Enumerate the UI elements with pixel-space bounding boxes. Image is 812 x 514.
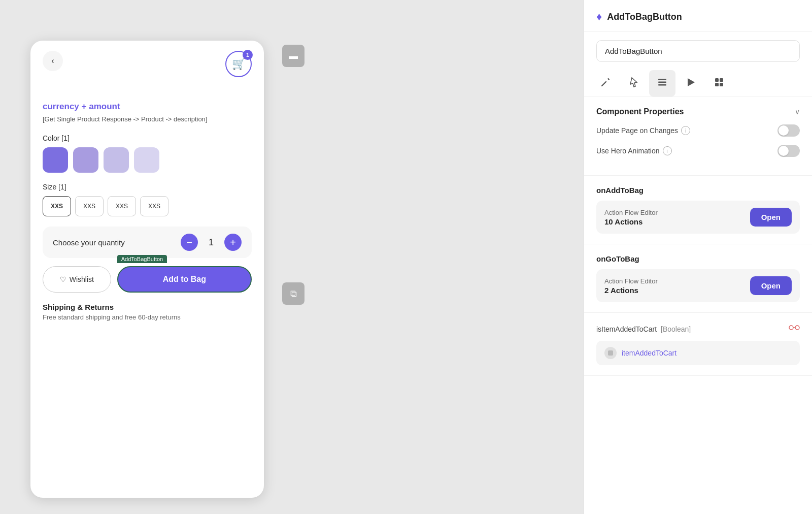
design-icon — [600, 77, 611, 90]
color-swatch-2[interactable] — [73, 147, 98, 173]
templates-icon — [714, 77, 725, 90]
tab-play[interactable] — [678, 70, 704, 97]
data-icon — [657, 77, 668, 90]
svg-rect-10 — [715, 83, 719, 86]
size-btn-xxs-1[interactable]: XXS — [43, 196, 71, 216]
color-swatches — [43, 147, 252, 173]
quantity-increase-button[interactable]: + — [224, 234, 242, 251]
main-area: ✦ T — [0, 0, 812, 514]
component-name-input[interactable] — [596, 40, 800, 62]
tab-data[interactable] — [649, 70, 675, 97]
shipping-desc: Free standard shipping and free 60-day r… — [43, 313, 252, 321]
flow-actions-count-go: 2 Actions — [604, 286, 658, 295]
quantity-label: Choose your quantity — [53, 238, 125, 247]
wishlist-button[interactable]: ♡ Wishlist — [43, 266, 111, 293]
size-buttons: XXS XXS XXS XXS — [43, 196, 252, 216]
update-page-row: Update Page on Changes i — [596, 124, 800, 137]
quantity-row: Choose your quantity − 1 + — [43, 227, 252, 258]
cart-icon: 🛒 — [232, 57, 246, 71]
cart-button[interactable]: 🛒 1 — [225, 51, 252, 77]
size-label: Size [1] — [43, 183, 252, 191]
quantity-controls: − 1 + — [181, 234, 242, 251]
svg-rect-4 — [658, 79, 666, 80]
color-swatch-1[interactable] — [43, 147, 68, 173]
phone-content: ‹ 🛒 1 currency + amount [Get Single Prod… — [30, 41, 264, 331]
flow-editor-label-add: Action Flow Editor — [604, 209, 658, 216]
on-add-to-bag-section: onAddToBag Action Flow Editor 10 Actions… — [584, 176, 812, 244]
variable-chip-icon — [604, 347, 617, 359]
diamond-icon: ♦ — [596, 10, 602, 23]
hero-animation-toggle[interactable] — [777, 145, 800, 157]
flow-info-add: Action Flow Editor 10 Actions — [604, 209, 658, 226]
svg-rect-6 — [658, 84, 666, 86]
size-btn-xxs-2[interactable]: XXS — [75, 196, 104, 216]
svg-marker-7 — [688, 78, 695, 86]
link-icon[interactable] — [789, 323, 800, 335]
add-to-bag-wrapper: AddToBagButton Add to Bag — [117, 266, 252, 293]
flow-editor-label-go: Action Flow Editor — [604, 277, 658, 285]
bool-label: isItemAddedToCart — [596, 325, 657, 333]
svg-rect-5 — [658, 81, 666, 83]
panel-header: ♦ AddToBagButton — [584, 0, 812, 32]
play-icon — [685, 77, 696, 90]
tab-row — [584, 70, 812, 97]
add-to-bag-component-label: AddToBagButton — [117, 255, 167, 263]
update-page-toggle[interactable] — [777, 124, 800, 137]
on-go-to-bag-flow-card: Action Flow Editor 2 Actions Open — [596, 269, 800, 302]
panel-header-title: AddToBagButton — [607, 12, 682, 22]
add-to-bag-button[interactable]: Add to Bag — [117, 266, 252, 293]
color-swatch-3[interactable] — [104, 147, 129, 173]
color-swatch-4[interactable] — [134, 147, 159, 173]
right-panel: ♦ AddToBagButton — [584, 0, 812, 514]
interactions-icon — [628, 77, 639, 90]
size-btn-xxs-4[interactable]: XXS — [140, 196, 168, 216]
section-header: Component Properties ∨ — [596, 107, 800, 116]
update-page-info-icon[interactable]: i — [681, 126, 690, 135]
action-row: ♡ Wishlist AddToBagButton Add to Bag — [43, 266, 252, 293]
svg-point-13 — [795, 326, 799, 330]
tab-templates[interactable] — [706, 70, 732, 97]
variable-chip-label: itemAddedToCart — [622, 349, 676, 357]
hero-animation-info-icon[interactable]: i — [663, 146, 672, 155]
bool-type: [Boolean] — [661, 325, 691, 333]
variable-chip: itemAddedToCart — [596, 341, 800, 365]
quantity-decrease-button[interactable]: − — [181, 234, 198, 251]
flow-info-go: Action Flow Editor 2 Actions — [604, 277, 658, 295]
bool-header: isItemAddedToCart [Boolean] — [596, 323, 800, 335]
on-add-to-bag-title: onAddToBag — [596, 186, 800, 195]
quantity-value: 1 — [206, 237, 216, 248]
shipping-title: Shipping & Returns — [43, 303, 252, 311]
back-button[interactable]: ‹ — [43, 51, 63, 71]
color-label: Color [1] — [43, 134, 252, 142]
side-button-copy[interactable]: ⧉ — [282, 282, 304, 305]
hero-animation-label: Use Hero Animation i — [596, 146, 672, 155]
svg-rect-11 — [720, 83, 723, 86]
component-properties-section: Component Properties ∨ Update Page on Ch… — [584, 97, 812, 176]
open-go-to-bag-button[interactable]: Open — [750, 276, 792, 295]
tab-interactions[interactable] — [621, 70, 647, 97]
minus-icon: ▬ — [289, 51, 298, 61]
size-btn-xxs-3[interactable]: XXS — [108, 196, 136, 216]
tab-design[interactable] — [592, 70, 619, 97]
on-go-to-bag-title: onGoToBag — [596, 254, 800, 263]
product-description: [Get Single Product Response -> Product … — [43, 115, 252, 124]
canvas-area: ‹ 🛒 1 currency + amount [Get Single Prod… — [0, 0, 584, 514]
svg-rect-9 — [720, 78, 723, 82]
hero-animation-row: Use Hero Animation i — [596, 145, 800, 157]
svg-point-12 — [789, 326, 793, 330]
wishlist-label: Wishlist — [70, 275, 94, 283]
flow-actions-count-add: 10 Actions — [604, 217, 658, 226]
chevron-down-icon[interactable]: ∨ — [795, 108, 800, 116]
on-add-to-bag-flow-card: Action Flow Editor 10 Actions Open — [596, 201, 800, 234]
open-add-to-bag-button[interactable]: Open — [750, 208, 792, 227]
phone-frame: ‹ 🛒 1 currency + amount [Get Single Prod… — [30, 41, 264, 498]
copy-icon: ⧉ — [290, 288, 297, 299]
side-button-top[interactable]: ▬ — [282, 45, 304, 67]
component-properties-title: Component Properties — [596, 107, 684, 116]
svg-rect-8 — [715, 78, 719, 82]
heart-icon: ♡ — [60, 275, 66, 283]
boolean-property-section: isItemAddedToCart [Boolean] itemAddedT — [584, 313, 812, 376]
update-page-label: Update Page on Changes i — [596, 126, 690, 135]
svg-rect-15 — [608, 350, 613, 356]
on-go-to-bag-section: onGoToBag Action Flow Editor 2 Actions O… — [584, 244, 812, 313]
